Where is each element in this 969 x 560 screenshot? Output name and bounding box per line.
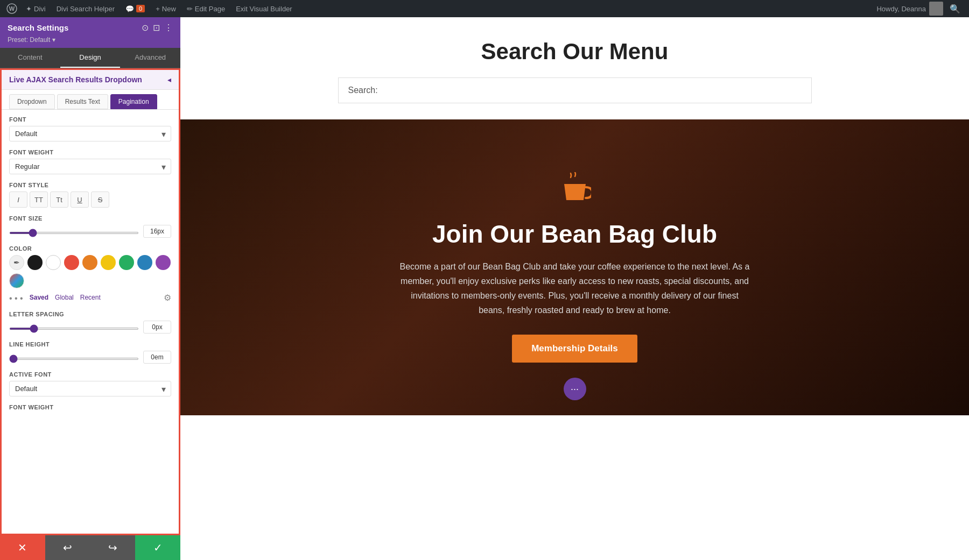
membership-details-button[interactable]: Membership Details (512, 335, 637, 363)
color-settings-icon[interactable]: ⚙ (164, 293, 171, 303)
fab-dots-icon: ··· (571, 384, 579, 395)
color-tab-saved[interactable]: Saved (30, 294, 48, 301)
preset-label[interactable]: Preset: Default (8, 36, 50, 44)
color-tab-global[interactable]: Global (55, 294, 74, 301)
line-height-slider-wrap (9, 352, 139, 362)
hero-fab-button[interactable]: ··· (564, 378, 586, 400)
sub-tab-dropdown[interactable]: Dropdown (9, 94, 55, 109)
color-swatch-green[interactable] (119, 255, 134, 270)
main-tabs: Content Design Advanced (0, 48, 180, 68)
font-select[interactable]: Default Open Sans Roboto (9, 126, 171, 141)
sub-panel-header: Live AJAX Search Results Dropdown ◂ (2, 70, 179, 90)
color-swatch-blue[interactable] (137, 255, 152, 270)
sub-tabs: Dropdown Results Text Pagination (2, 90, 179, 110)
sub-panel-toggle-icon[interactable]: ◂ (167, 75, 171, 84)
sidebar: Search Settings ⊙ ⊡ ⋮ Preset: Default ▾ … (0, 17, 180, 560)
sub-tab-results-text[interactable]: Results Text (57, 94, 108, 109)
comment-item[interactable]: 💬 0 (121, 0, 149, 17)
color-tab-recent[interactable]: Recent (80, 294, 101, 301)
font-weight-setting: Font Weight Regular Bold Light (9, 149, 171, 174)
color-swatch-yellow[interactable] (101, 255, 116, 270)
font-style-buttons: I TT Tt U S (9, 192, 171, 208)
active-font-select[interactable]: Default Open Sans Roboto (9, 381, 171, 396)
color-swatch-black[interactable] (27, 255, 43, 270)
tab-content[interactable]: Content (0, 48, 60, 68)
font-size-slider-row (9, 225, 171, 238)
new-item[interactable]: + New (151, 0, 180, 17)
cancel-button[interactable]: ✕ (0, 535, 45, 560)
search-section-title: Search Our Menu (481, 39, 669, 65)
color-tabs-row: • • • Saved Global Recent ⚙ (9, 292, 171, 303)
bottom-toolbar: ✕ ↩ ↪ ✓ (0, 535, 180, 560)
save-button[interactable]: ✓ (135, 535, 180, 560)
letter-spacing-setting: Letter Spacing (9, 311, 171, 334)
admin-search-icon[interactable]: 🔍 (945, 4, 965, 14)
divi-menu-item[interactable]: ✦ Divi (22, 0, 50, 17)
color-swatches: ✒ - (9, 255, 171, 288)
font-select-wrap: Default Open Sans Roboto (9, 126, 171, 141)
hero-section: Join Our Bean Bag Club Become a part of … (180, 119, 969, 415)
underline-button[interactable]: U (71, 192, 89, 208)
font-weight-select[interactable]: Regular Bold Light (9, 159, 171, 174)
divi-logo: ✦ (26, 5, 32, 13)
howdy-section: Howdy, Deanna (876, 2, 943, 16)
panel-content: Live AJAX Search Results Dropdown ◂ Drop… (0, 68, 180, 535)
font-setting: Font Default Open Sans Roboto (9, 116, 171, 141)
search-bar[interactable]: Search: (338, 77, 812, 103)
search-section: Search Our Menu Search: (180, 17, 969, 119)
color-swatch-orange[interactable] (82, 255, 97, 270)
responsive-icon[interactable]: ⊙ (142, 23, 149, 33)
line-height-setting: Line Height (9, 341, 171, 364)
tab-design[interactable]: Design (60, 48, 121, 68)
color-swatch-white[interactable] (46, 255, 61, 270)
italic-button[interactable]: I (9, 192, 27, 208)
undo-button[interactable]: ↩ (45, 535, 90, 560)
eyedropper-swatch[interactable]: ✒ (9, 255, 24, 270)
font-weight-label: Font Weight (9, 149, 171, 155)
more-options-icon[interactable]: ⋮ (164, 23, 173, 33)
line-height-slider[interactable] (9, 358, 139, 360)
preset-arrow-icon: ▾ (52, 36, 55, 44)
avatar (929, 2, 943, 16)
uppercase-button[interactable]: TT (30, 192, 48, 208)
font-size-input[interactable] (143, 225, 171, 238)
more-swatches-icon[interactable]: • • • (9, 294, 23, 303)
letter-spacing-label: Letter Spacing (9, 311, 171, 317)
edit-page-item[interactable]: ✏ Edit Page (182, 0, 229, 17)
tab-advanced[interactable]: Advanced (120, 48, 180, 68)
capitalize-button[interactable]: Tt (50, 192, 68, 208)
letter-spacing-input[interactable] (143, 321, 171, 334)
sub-tab-pagination[interactable]: Pagination (110, 94, 157, 109)
wp-logo-icon[interactable]: W (4, 1, 19, 16)
font-size-slider[interactable] (9, 232, 139, 234)
strikethrough-button[interactable]: S (91, 192, 109, 208)
svg-text:W: W (9, 5, 15, 12)
color-swatch-red[interactable] (64, 255, 79, 270)
color-swatch-purple[interactable] (156, 255, 171, 270)
redo-button[interactable]: ↪ (90, 535, 136, 560)
layout-icon[interactable]: ⊡ (153, 23, 160, 33)
search-placeholder: Search: (348, 86, 378, 95)
hero-content: Join Our Bean Bag Club Become a part of … (202, 172, 947, 363)
wp-admin-bar: W ✦ Divi Divi Search Helper 💬 0 + New ✏ … (0, 0, 969, 17)
canvas: Search Our Menu Search: (180, 17, 969, 560)
font-size-setting: Font Size (9, 215, 171, 238)
active-font-weight-setting: Font Weight (9, 404, 171, 410)
letter-spacing-slider[interactable] (9, 328, 139, 330)
hero-title: Join Our Bean Bag Club (432, 219, 717, 249)
active-font-label: Active Font (9, 371, 171, 378)
font-style-setting: Font Style I TT Tt U S (9, 182, 171, 208)
search-helper-item[interactable]: Divi Search Helper (52, 0, 119, 17)
font-weight-select-wrap: Regular Bold Light (9, 159, 171, 174)
font-size-label: Font Size (9, 215, 171, 222)
font-size-slider-wrap (9, 226, 139, 236)
hero-description: Become a part of our Bean Bag Club and t… (397, 259, 753, 318)
color-setting: Color ✒ - • • • (9, 245, 171, 303)
color-custom-swatch[interactable]: - (9, 273, 24, 288)
exit-builder-item[interactable]: Exit Visual Builder (231, 0, 297, 17)
color-label: Color (9, 245, 171, 252)
active-font-weight-label: Font Weight (9, 404, 171, 410)
line-height-input[interactable] (143, 351, 171, 364)
sidebar-header: Search Settings ⊙ ⊡ ⋮ (0, 17, 180, 36)
line-height-slider-row (9, 351, 171, 364)
